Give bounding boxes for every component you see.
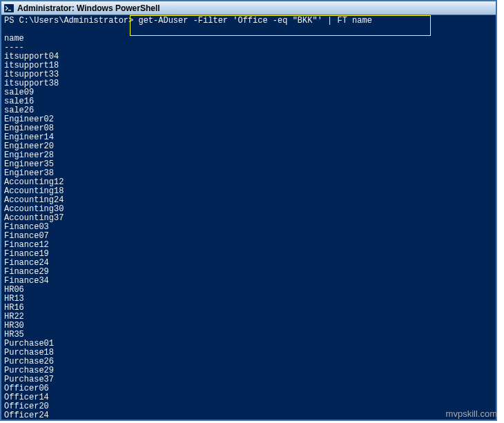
result-row: Engineer02 xyxy=(4,115,493,124)
powershell-window: Administrator: Windows PowerShell PS C:\… xyxy=(0,0,497,421)
result-row: sale09 xyxy=(4,88,493,97)
result-row: Finance03 xyxy=(4,223,493,232)
result-row: Accounting24 xyxy=(4,196,493,205)
result-row: Accounting30 xyxy=(4,205,493,214)
result-row: Officer06 xyxy=(4,384,493,393)
result-row: Engineer38 xyxy=(4,169,493,178)
result-row: Purchase37 xyxy=(4,375,493,384)
result-row: Officer14 xyxy=(4,393,493,402)
result-row: Engineer14 xyxy=(4,133,493,142)
result-row: Officer24 xyxy=(4,411,493,420)
result-row: Finance12 xyxy=(4,241,493,250)
result-row: Finance19 xyxy=(4,250,493,259)
result-row: Finance24 xyxy=(4,259,493,268)
result-row: Accounting18 xyxy=(4,187,493,196)
result-row: HR22 xyxy=(4,313,493,322)
result-row: Officer20 xyxy=(4,402,493,411)
watermark-text: mvpskill.com xyxy=(446,409,497,419)
result-row: HR30 xyxy=(4,322,493,331)
column-header: name xyxy=(4,35,493,43)
svg-rect-0 xyxy=(4,4,14,12)
result-row: Finance07 xyxy=(4,232,493,241)
result-row: HR16 xyxy=(4,304,493,313)
result-row: HR06 xyxy=(4,286,493,295)
result-row: itsupport18 xyxy=(4,61,493,70)
result-row: HR35 xyxy=(4,331,493,340)
result-row: Engineer28 xyxy=(4,151,493,160)
result-row: Purchase26 xyxy=(4,357,493,366)
result-row: Finance34 xyxy=(4,277,493,286)
result-row: itsupport38 xyxy=(4,79,493,88)
results-list: itsupport04itsupport18itsupport33itsuppo… xyxy=(4,52,493,420)
result-row: itsupport33 xyxy=(4,70,493,79)
result-row: sale16 xyxy=(4,97,493,106)
window-title: Administrator: Windows PowerShell xyxy=(17,3,160,13)
result-row: Purchase01 xyxy=(4,340,493,348)
column-dashes: ---- xyxy=(4,43,493,52)
result-row: Finance29 xyxy=(4,268,493,277)
result-row: Purchase29 xyxy=(4,366,493,375)
result-row: itsupport04 xyxy=(4,52,493,61)
result-row: HR13 xyxy=(4,295,493,304)
result-row: sale26 xyxy=(4,106,493,115)
result-row: Purchase18 xyxy=(4,348,493,357)
result-row: Engineer08 xyxy=(4,124,493,133)
command-prompt-line: PS C:\Users\Administrator> get-ADuser -F… xyxy=(4,17,493,26)
console-output[interactable]: PS C:\Users\Administrator> get-ADuser -F… xyxy=(1,15,496,420)
blank-line xyxy=(4,26,493,35)
result-row: Engineer35 xyxy=(4,160,493,169)
powershell-icon xyxy=(3,3,14,14)
window-titlebar[interactable]: Administrator: Windows PowerShell xyxy=(1,1,496,15)
result-row: Accounting37 xyxy=(4,214,493,223)
result-row: Engineer20 xyxy=(4,142,493,151)
result-row: Accounting12 xyxy=(4,178,493,187)
